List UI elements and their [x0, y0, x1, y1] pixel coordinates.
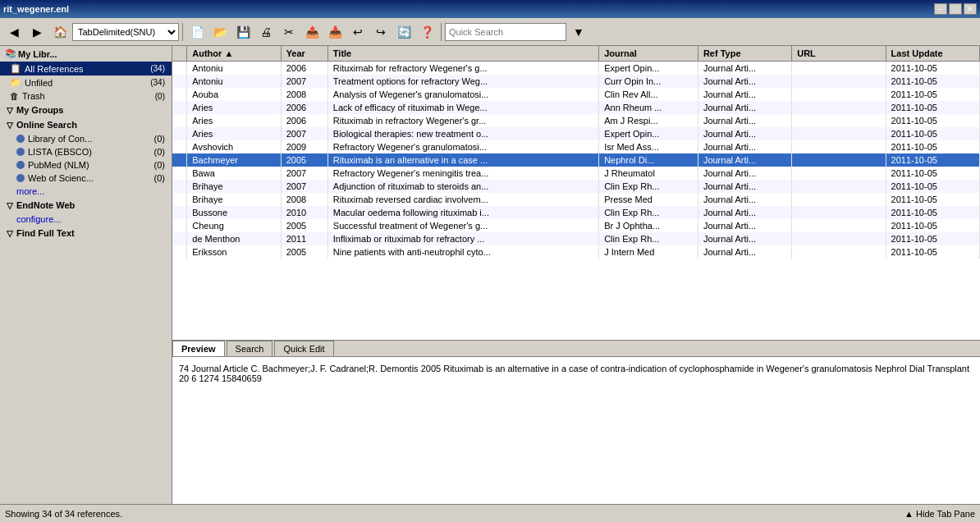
- col-header-url[interactable]: URL: [792, 46, 886, 62]
- reference-panel: Author ▲ Year Title Journal Ref Type URL…: [172, 46, 980, 504]
- table-header-row: Author ▲ Year Title Journal Ref Type URL…: [172, 46, 980, 62]
- configure-link[interactable]: configure...: [0, 213, 172, 226]
- bottom-panel: Preview Search Quick Edit 74 Journal Art…: [172, 340, 980, 504]
- col-header-journal[interactable]: Journal: [599, 46, 698, 62]
- toolbar: ◀ ▶ 🏠 TabDelimited(SNU) 📄 📂 💾 🖨 ✂ 📤 📥 ↩ …: [0, 18, 980, 46]
- my-library-header: 📚 My Libr...: [0, 46, 172, 62]
- online-search-group[interactable]: ▽ Online Search: [0, 117, 172, 132]
- sidebar-item-library-of-congress[interactable]: Library of Con... (0): [0, 132, 172, 145]
- dot-icon-lista: [16, 148, 25, 156]
- reference-table: Author ▲ Year Title Journal Ref Type URL…: [172, 46, 980, 259]
- table-row[interactable]: Cheung2005Successful treatment of Wegene…: [172, 219, 980, 232]
- sidebar-item-web-of-science[interactable]: Web of Scienc... (0): [0, 172, 172, 185]
- format-select[interactable]: TabDelimited(SNU): [72, 23, 179, 41]
- table-row[interactable]: Aries2006Rituximab in refractory Wegener…: [172, 114, 980, 127]
- separator-1: [182, 23, 183, 41]
- table-row[interactable]: Avshovich2009Refractory Wegener's granul…: [172, 140, 980, 153]
- sidebar-item-pubmed[interactable]: PubMed (NLM) (0): [0, 158, 172, 172]
- table-row[interactable]: Bachmeyer2005Rituximab is an alternative…: [172, 153, 980, 167]
- quick-search-input[interactable]: [445, 23, 566, 41]
- save-button[interactable]: 💾: [232, 21, 254, 43]
- sidebar-item-lista[interactable]: LISTA (EBSCO) (0): [0, 145, 172, 158]
- collapse-icon-online: ▽: [7, 121, 13, 130]
- library-icon: 📚: [5, 48, 16, 59]
- tab-preview[interactable]: Preview: [172, 341, 225, 356]
- more-link[interactable]: more...: [0, 185, 172, 198]
- forward-button[interactable]: ▶: [26, 21, 48, 43]
- bottom-preview-content: 74 Journal Article C. Bachmeyer;J. F. Ca…: [172, 357, 980, 504]
- my-groups-group[interactable]: ▽ My Groups: [0, 103, 172, 117]
- dot-icon-wos: [16, 174, 25, 182]
- table-row[interactable]: Bawa2007Refractory Wegener's meningitis …: [172, 167, 980, 180]
- hide-tab-pane-button[interactable]: ▲ Hide Tab Pane: [904, 509, 975, 519]
- sidebar-item-trash[interactable]: 🗑 Trash (0): [0, 89, 172, 103]
- all-refs-icon: 📋: [10, 63, 21, 74]
- title-bar: rit_wegener.enl – □ ✕: [0, 0, 980, 18]
- home-button[interactable]: 🏠: [49, 21, 71, 43]
- endnote-web-group[interactable]: ▽ EndNote Web: [0, 198, 172, 213]
- col-header-year[interactable]: Year: [281, 46, 327, 62]
- collapse-icon-fft: ▽: [7, 229, 13, 238]
- open-button[interactable]: 📂: [209, 21, 231, 43]
- refresh-button[interactable]: 🔄: [393, 21, 414, 43]
- separator-2: [441, 23, 442, 41]
- collapse-icon-endnote: ▽: [7, 201, 13, 210]
- main-container: 📚 My Libr... 📋 All References (34) 📁 Unf…: [0, 46, 980, 504]
- bottom-tabs: Preview Search Quick Edit: [172, 341, 980, 357]
- maximize-button[interactable]: □: [949, 3, 962, 15]
- tab-quick-edit[interactable]: Quick Edit: [274, 341, 333, 356]
- col-header-lastupdate[interactable]: Last Update: [886, 46, 979, 62]
- new-ref-button[interactable]: 📄: [186, 21, 208, 43]
- sidebar-item-all-references[interactable]: 📋 All References (34): [0, 62, 172, 76]
- tab-search[interactable]: Search: [227, 341, 273, 356]
- col-header-title[interactable]: Title: [327, 46, 598, 62]
- trash-icon: 🗑: [10, 91, 19, 101]
- table-row[interactable]: Bussone2010Macular oedema following ritu…: [172, 206, 980, 219]
- reference-table-container[interactable]: Author ▲ Year Title Journal Ref Type URL…: [172, 46, 980, 340]
- sidebar-item-unfiled[interactable]: 📁 Unfiled (34): [0, 76, 172, 89]
- dot-icon-pubmed: [16, 161, 25, 169]
- window-title: rit_wegener.enl: [3, 4, 69, 14]
- unfiled-icon: 📁: [10, 77, 21, 88]
- table-row[interactable]: Antoniu2007Treatment options for refract…: [172, 75, 980, 88]
- col-header-num[interactable]: [172, 46, 187, 62]
- table-row[interactable]: Brihaye2008Rituximab reversed cardiac in…: [172, 193, 980, 206]
- table-row[interactable]: Eriksson2005Nine patients with anti-neut…: [172, 245, 980, 259]
- table-row[interactable]: de Menthon2011Infliximab or rituximab fo…: [172, 232, 980, 245]
- table-row[interactable]: Brihaye2007Adjunction of rituximab to st…: [172, 180, 980, 193]
- col-header-author[interactable]: Author ▲: [187, 46, 281, 62]
- table-row[interactable]: Antoniu2006Rituximab for refractory Wege…: [172, 62, 980, 76]
- close-button[interactable]: ✕: [964, 3, 977, 15]
- redo-button[interactable]: ↪: [370, 21, 392, 43]
- minimize-button[interactable]: –: [934, 3, 947, 15]
- status-text: Showing 34 of 34 references.: [5, 509, 122, 519]
- collapse-icon-groups: ▽: [7, 106, 13, 115]
- search-dropdown-button[interactable]: ▼: [568, 21, 589, 43]
- status-bar: Showing 34 of 34 references. ▲ Hide Tab …: [0, 504, 980, 522]
- table-row[interactable]: Aries2007Biological therapies: new treat…: [172, 127, 980, 140]
- preview-text: 74 Journal Article C. Bachmeyer;J. F. Ca…: [179, 364, 969, 383]
- help-button[interactable]: ❓: [416, 21, 437, 43]
- import-button[interactable]: 📥: [324, 21, 346, 43]
- sidebar: 📚 My Libr... 📋 All References (34) 📁 Unf…: [0, 46, 172, 504]
- window-controls: – □ ✕: [934, 3, 977, 15]
- find-full-text-group[interactable]: ▽ Find Full Text: [0, 226, 172, 240]
- dot-icon-loc: [16, 135, 25, 143]
- export-button[interactable]: 📤: [301, 21, 323, 43]
- back-button[interactable]: ◀: [3, 21, 25, 43]
- col-header-reftype[interactable]: Ref Type: [698, 46, 791, 62]
- table-row[interactable]: Aouba2008Analysis of Wegener's granuloma…: [172, 88, 980, 101]
- print-button[interactable]: 🖨: [255, 21, 277, 43]
- table-row[interactable]: Aries2006Lack of efficacy of rituximab i…: [172, 101, 980, 114]
- delete-button[interactable]: ✂: [278, 21, 300, 43]
- undo-button[interactable]: ↩: [347, 21, 369, 43]
